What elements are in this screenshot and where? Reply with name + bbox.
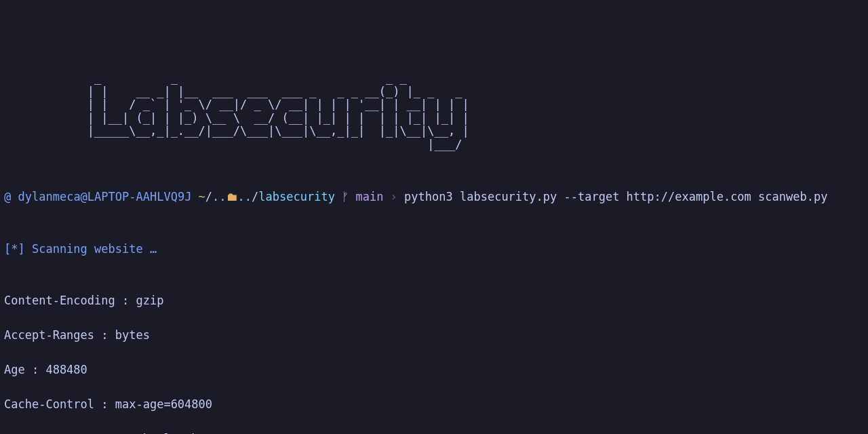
home-tilde: ~ [191,190,205,203]
output-line: Age : 488480 [4,361,864,379]
path-dots: .. [212,190,226,203]
ascii-banner: _ _ _ _ | | __ _| |__ ___ ___ ___ _ _ _ … [4,72,864,151]
git-branch-icon: ᚠ [342,190,349,203]
path-dots: .. [238,190,252,203]
prompt-arrow: › [383,190,404,203]
path-separator: / [205,190,212,203]
folder-icon: 🖿 [226,190,238,203]
output-line: Cache-Control : max-age=604800 [4,396,864,414]
path-separator: / [252,190,258,203]
path-folder: labsecurity [258,190,335,203]
status-scanning: [*] Scanning website … [4,241,864,258]
output-line: Content-Type : text/html; charset=UTF-8 [4,431,864,434]
command-text: python3 labsecurity.py --target http://e… [404,190,827,203]
output-line: Content-Encoding : gzip [4,292,864,310]
git-branch: main [355,190,383,203]
at-icon: @ [4,190,11,203]
prompt-line-1[interactable]: @ dylanmeca@LAPTOP-AAHLVQ9J ~/..🖿../labs… [4,189,864,206]
output-line: Accept-Ranges : bytes [4,327,864,344]
user-host: dylanmeca@LAPTOP-AAHLVQ9J [18,190,192,203]
